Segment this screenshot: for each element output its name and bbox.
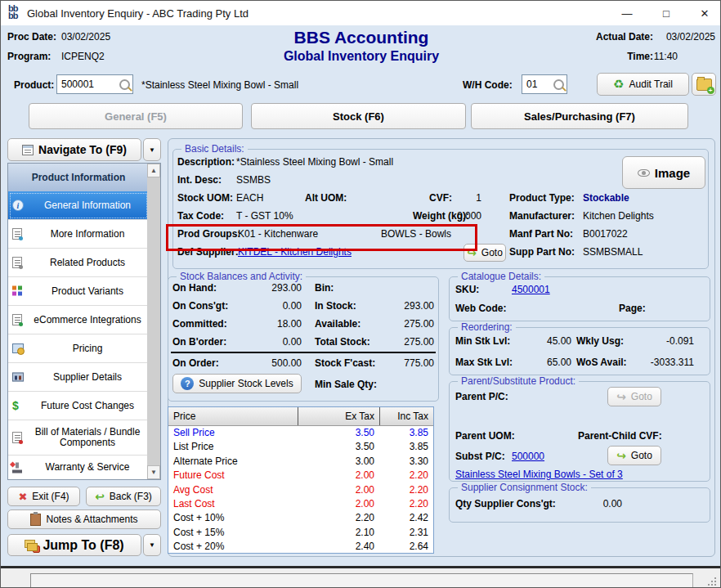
parent-goto-button-disabled[interactable]: ↪ Goto xyxy=(607,387,661,406)
price-table-header[interactable]: Price Ex Tax Inc Tax xyxy=(168,407,433,426)
jump-dropdown-button[interactable]: ▼ xyxy=(143,534,161,556)
navigate-dropdown-button[interactable]: ▼ xyxy=(143,138,161,161)
on-border-label: On B'order: xyxy=(172,336,226,348)
tax-code-label: Tax Code: xyxy=(177,210,224,222)
sidebar-item-pricing[interactable]: Pricing xyxy=(8,334,149,363)
sidebar-item-bill-of-materials[interactable]: Bill of Materials / Bundle Components xyxy=(8,420,149,456)
table-row[interactable]: Future Cost2.002.20 xyxy=(168,469,433,483)
question-icon: ? xyxy=(181,377,194,390)
catalogue-details-title: Catalogue Details: xyxy=(458,271,544,282)
table-row[interactable]: Cost + 10%2.202.42 xyxy=(168,511,433,525)
inc-tax-column-header[interactable]: Inc Tax xyxy=(379,407,433,425)
table-row[interactable]: Alternate Price3.003.30 xyxy=(168,455,433,469)
product-search-button[interactable] xyxy=(116,75,132,93)
bin-label: Bin: xyxy=(315,282,334,294)
description-label: Description: xyxy=(177,156,235,168)
scroll-down-button[interactable]: ▼ xyxy=(147,465,160,479)
subst-goto-button[interactable]: ↪ Goto xyxy=(607,446,661,465)
sidebar-item-supplier-details[interactable]: Supplier Details xyxy=(8,363,149,392)
supplier-stock-levels-button[interactable]: ? Supplier Stock Levels xyxy=(172,374,302,393)
web-code-label: Web Code: xyxy=(455,303,506,314)
table-row[interactable]: List Price3.503.85 xyxy=(168,440,433,454)
product-code-value[interactable]: 500001 xyxy=(57,79,116,90)
on-order-label: On Order: xyxy=(172,357,219,369)
title-bar[interactable]: bbbb Global Inventory Enquiry - ABC Trad… xyxy=(1,1,720,25)
catalogue-details-group: Catalogue Details: xyxy=(449,276,710,321)
table-row[interactable]: Sell Price3.503.85 xyxy=(168,426,433,440)
app-subtitle: Global Inventory Enquiry xyxy=(198,49,525,64)
sidebar-item-ecommerce-integrations[interactable]: eCommerce Integrations xyxy=(8,306,149,334)
tab-stock[interactable]: Stock (F6) xyxy=(251,103,466,129)
wh-code-value[interactable]: 01 xyxy=(522,79,550,90)
sidebar-item-product-variants[interactable]: Product Variants xyxy=(8,277,149,306)
ex-tax-column-header[interactable]: Ex Tax xyxy=(298,407,379,425)
sku-label: SKU: xyxy=(455,284,479,295)
table-row[interactable]: Last Cost2.002.20 xyxy=(168,497,433,511)
stock-balances-title: Stock Balances and Activity: xyxy=(177,271,306,282)
wh-code-label: W/H Code: xyxy=(463,79,513,91)
price-column-header[interactable]: Price xyxy=(168,407,298,425)
image-button[interactable]: Image xyxy=(622,156,705,189)
notes-attachments-button[interactable]: Notes & Attachments xyxy=(7,509,161,529)
sidebar-item-future-cost-changes[interactable]: $ Future Cost Changes xyxy=(8,392,149,420)
min-sale-qty-label: Min Sale Qty: xyxy=(315,379,377,390)
resize-grip[interactable] xyxy=(705,575,716,586)
wh-search-button[interactable] xyxy=(550,75,566,93)
on-hand-label: On Hand: xyxy=(172,282,217,294)
product-input[interactable]: 500001 xyxy=(56,74,133,94)
minimize-button[interactable]: — xyxy=(614,1,640,25)
jump-to-button[interactable]: Jump To (F8) xyxy=(7,534,141,556)
supp-part-no-label: Supp Part No: xyxy=(509,246,575,258)
scroll-up-button[interactable]: ▲ xyxy=(147,164,160,177)
on-hand-value: 293.00 xyxy=(244,282,302,294)
sidebar-item-general-information[interactable]: i General Information xyxy=(8,191,149,220)
close-button[interactable]: ✕ xyxy=(692,1,718,25)
new-folder-button[interactable] xyxy=(692,73,716,96)
in-stock-label: In Stock: xyxy=(315,300,356,312)
exit-x-icon: ✖ xyxy=(18,491,27,503)
product-label: Product: xyxy=(14,79,54,91)
parent-uom-label: Parent UOM: xyxy=(455,430,515,442)
supplier-consignment-title: Supplier Consignment Stock: xyxy=(458,482,591,493)
navigate-to-button[interactable]: Navigate To (F9) xyxy=(7,138,141,161)
audit-trail-button[interactable]: ♻ Audit Trail xyxy=(597,73,689,96)
total-stock-value: 275.00 xyxy=(377,336,434,348)
nav-scrollbar[interactable] xyxy=(147,164,160,479)
parent-child-cvf-label: Parent-Child CVF: xyxy=(578,430,662,442)
sidebar-item-related-products[interactable]: Related Products xyxy=(8,249,149,277)
qty-supplier-consgt-value: 0.00 xyxy=(573,498,622,509)
manf-part-no-value: B0017022 xyxy=(583,228,628,240)
sku-link[interactable]: 4500001 xyxy=(512,284,550,295)
exit-button[interactable]: ✖ Exit (F4) xyxy=(7,487,80,506)
chevron-down-icon: ▼ xyxy=(149,541,155,549)
description-value: *Stainless Steel Mixing Bowl - Small xyxy=(236,156,393,168)
table-row[interactable]: Avg Cost2.002.20 xyxy=(168,483,433,497)
on-border-value: 0.00 xyxy=(244,336,302,348)
subst-description-link[interactable]: Stainless Steel Mixing Bowls - Set of 3 xyxy=(455,469,623,480)
parent-pc-label: Parent P/C: xyxy=(455,391,508,402)
back-arrow-icon: ↩ xyxy=(95,490,105,503)
bom-wrench-icon xyxy=(12,432,22,443)
subst-pc-label: Subst P/C: xyxy=(455,451,505,462)
product-type-value: Stockable xyxy=(583,192,629,204)
table-row[interactable]: Cost + 15%2.102.31 xyxy=(168,526,433,540)
stock-uom-value: EACH xyxy=(236,192,263,204)
form-icon xyxy=(22,145,34,155)
sidebar-item-warranty-service[interactable]: Warranty & Service xyxy=(8,456,149,479)
wh-code-input[interactable]: 01 xyxy=(522,74,567,94)
app-window: bbbb Global Inventory Enquiry - ABC Trad… xyxy=(0,0,721,588)
tab-sales-purchasing[interactable]: Sales/Purchasing (F7) xyxy=(471,103,688,129)
back-button[interactable]: ↩ Back (F3) xyxy=(86,487,161,506)
sidebar-item-more-information[interactable]: More Information xyxy=(8,220,149,249)
tab-general[interactable]: General (F5) xyxy=(29,103,243,129)
stock-uom-label: Stock UOM: xyxy=(177,192,233,204)
min-stk-lvl-label: Min Stk Lvl: xyxy=(455,335,510,347)
table-row[interactable]: Cost + 20%2.402.64 xyxy=(168,540,433,554)
audit-trail-label: Audit Trail xyxy=(629,79,673,90)
subst-pc-link[interactable]: 500000 xyxy=(512,451,565,462)
int-desc-label: Int. Desc: xyxy=(177,174,222,186)
basic-details-title: Basic Details: xyxy=(181,143,248,155)
on-consgt-label: On Cons'gt: xyxy=(172,300,228,312)
maximize-button[interactable]: □ xyxy=(653,1,679,25)
max-stk-lvl-value: 65.00 xyxy=(522,357,571,368)
